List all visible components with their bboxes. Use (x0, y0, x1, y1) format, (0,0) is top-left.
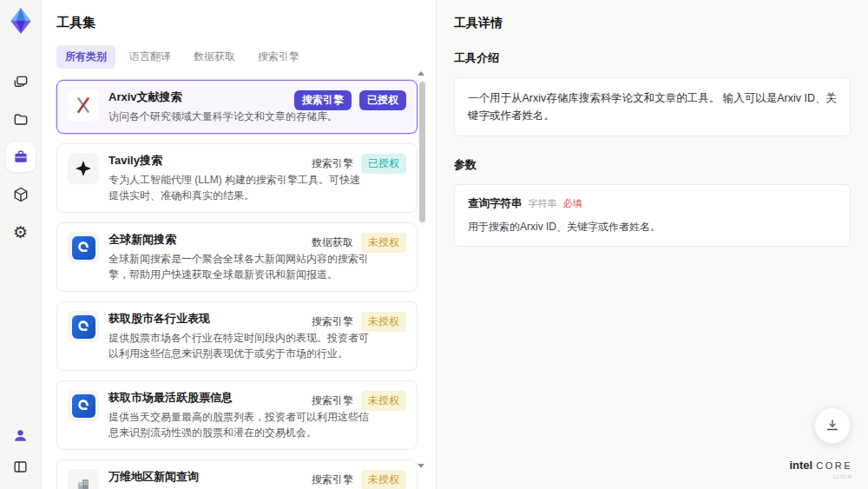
category-label: 搜索引擎 (312, 393, 353, 408)
intro-card: 一个用于从Arxiv存储库搜索科学论文和文章的工具。 输入可以是Arxiv ID… (454, 77, 851, 136)
app-logo-gem-icon (7, 7, 35, 35)
param-header-row: 查询字符串 字符串 必填 (468, 196, 837, 211)
sidebar-item-settings[interactable]: ⚙ (6, 217, 36, 247)
intel-core-logo: intelCORE Ultra (789, 459, 852, 480)
tool-badges: 搜索引擎 已授权 (312, 154, 406, 174)
blue-news-logo-icon (68, 390, 99, 421)
detail-title: 工具详情 (454, 16, 851, 31)
tab-data-fetching[interactable]: 数据获取 (185, 45, 244, 69)
blue-news-logo-icon (68, 232, 99, 263)
sidebar: ⚙ (0, 0, 42, 489)
tool-card-regional-news[interactable]: 万维地区新闻查询 查询具体行政区划内的新闻，快速了解各地新闻动 搜索引擎 未授权 (56, 459, 418, 489)
sidebar-item-tools[interactable] (6, 142, 36, 172)
sidebar-item-packages[interactable] (6, 180, 36, 209)
status-badge: 已授权 (361, 154, 406, 174)
tool-badges: 搜索引擎 已授权 (294, 90, 406, 110)
blue-news-logo-icon (68, 311, 99, 342)
sidebar-nav: ⚙ (6, 68, 36, 247)
tool-badges: 数据获取 未授权 (312, 233, 406, 253)
core-wordmark: CORE (816, 460, 852, 471)
chat-icon (12, 74, 30, 91)
tool-description: 提供股票市场各个行业在特定时间段内的表现。投资者可以利用这些信息来识别表现优于或… (108, 330, 369, 361)
tool-card-sector-performance[interactable]: 获取股市各行业表现 提供股票市场各个行业在特定时间段内的表现。投资者可以利用这些… (56, 301, 418, 371)
arxiv-logo-icon (68, 89, 99, 121)
tab-language-translation[interactable]: 语言翻译 (121, 45, 180, 69)
toolbox-icon (12, 149, 30, 166)
tavily-star-logo-icon (68, 153, 99, 184)
tool-description: 全球新闻搜索是一个聚合全球各大新闻网站内容的搜索引擎，帮助用户快速获取全球最新资… (108, 251, 369, 282)
tool-card-global-news[interactable]: 全球新闻搜索 全球新闻搜索是一个聚合全球各大新闻网站内容的搜索引擎，帮助用户快速… (56, 222, 418, 292)
param-type: 字符串 (529, 197, 557, 210)
download-button[interactable] (814, 407, 851, 444)
tab-search-engine[interactable]: 搜索引擎 (249, 45, 308, 69)
intro-heading: 工具介绍 (454, 50, 851, 66)
gear-icon: ⚙ (13, 224, 28, 241)
tool-card-arxiv[interactable]: Arxiv文献搜索 访问各个研究领域大量科学论文和文章的存储库。 搜索引擎 已授… (56, 80, 418, 134)
user-avatar[interactable] (12, 427, 29, 447)
building-news-logo-icon (68, 469, 99, 489)
status-badge: 未授权 (361, 233, 406, 253)
tool-list-panel: 工具集 所有类别 语言翻译 数据获取 搜索引擎 Arxiv文献搜索 访问各个研究… (42, 0, 436, 489)
avatar-person-icon (12, 427, 29, 444)
cube-icon (12, 186, 30, 203)
download-icon (825, 418, 840, 433)
category-tabs: 所有类别 语言翻译 数据获取 搜索引擎 (56, 45, 417, 69)
param-name: 查询字符串 (468, 196, 523, 211)
tool-description: 访问各个研究领域大量科学论文和文章的存储库。 (108, 109, 369, 124)
status-badge: 未授权 (361, 391, 406, 411)
tool-description: 提供当天交易量最高的股票列表，投资者可以利用这些信息来识别流动性强的股票和潜在的… (108, 409, 369, 440)
tool-badges: 搜索引擎 未授权 (312, 470, 406, 489)
app-window: ⚙ 工具集 所有类别 语言翻译 数据获取 搜索引擎 (0, 0, 868, 489)
intro-text: 一个用于从Arxiv存储库搜索科学论文和文章的工具。 输入可以是Arxiv ID… (468, 89, 837, 124)
param-description: 用于搜索的Arxiv ID、关键字或作者姓名。 (468, 219, 837, 235)
param-card: 查询字符串 字符串 必填 用于搜索的Arxiv ID、关键字或作者姓名。 (454, 184, 851, 247)
tool-detail-panel: 工具详情 工具介绍 一个用于从Arxiv存储库搜索科学论文和文章的工具。 输入可… (436, 0, 868, 489)
category-badge: 搜索引擎 (294, 90, 352, 110)
status-badge: 已授权 (359, 90, 406, 110)
intel-wordmark: intel (789, 459, 812, 472)
scrollbar-down-arrow[interactable] (418, 464, 424, 468)
status-badge: 未授权 (361, 312, 406, 332)
tool-description: 专为人工智能代理 (LLM) 构建的搜索引擎工具。可快速提供实时、准确和真实的结… (108, 172, 369, 203)
sidebar-bottom (12, 427, 29, 479)
sidebar-item-files[interactable] (6, 105, 36, 135)
category-label: 搜索引擎 (312, 472, 353, 487)
sidebar-item-chat[interactable] (6, 68, 36, 97)
scrollbar-up-arrow[interactable] (418, 71, 424, 76)
collapse-panel-button[interactable] (12, 459, 29, 479)
tool-card-list: Arxiv文献搜索 访问各个研究领域大量科学论文和文章的存储库。 搜索引擎 已授… (56, 80, 418, 489)
tool-card-tavily[interactable]: Tavily搜索 专为人工智能代理 (LLM) 构建的搜索引擎工具。可快速提供实… (56, 143, 418, 213)
folder-icon (12, 111, 30, 129)
panel-layout-icon (12, 459, 29, 475)
tool-badges: 搜索引擎 未授权 (312, 391, 406, 411)
tool-card-most-active-stocks[interactable]: 获取市场最活跃股票信息 提供当天交易量最高的股票列表，投资者可以利用这些信息来识… (56, 380, 418, 450)
ultra-wordmark: Ultra (789, 472, 852, 480)
param-required-label: 必填 (563, 197, 582, 210)
page-title: 工具集 (56, 15, 417, 31)
status-badge: 未授权 (361, 470, 406, 489)
params-heading: 参数 (454, 157, 851, 173)
scrollbar-thumb[interactable] (419, 82, 425, 222)
category-label: 搜索引擎 (312, 156, 353, 171)
category-label: 搜索引擎 (312, 314, 353, 329)
tool-badges: 搜索引擎 未授权 (312, 312, 406, 332)
category-label: 数据获取 (312, 235, 353, 250)
tab-all-categories[interactable]: 所有类别 (56, 45, 115, 69)
